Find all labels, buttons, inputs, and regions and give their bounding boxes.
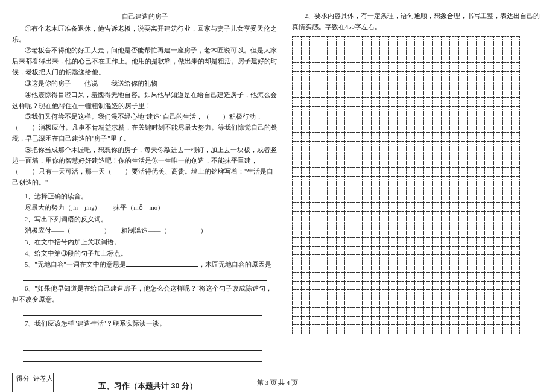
grid-cell[interactable] xyxy=(309,124,319,133)
grid-cell[interactable] xyxy=(449,254,459,264)
grid-cell[interactable] xyxy=(309,62,319,72)
grid-cell[interactable] xyxy=(327,229,337,238)
grid-cell[interactable] xyxy=(502,45,512,54)
grid-cell[interactable] xyxy=(467,254,477,264)
grid-cell[interactable] xyxy=(362,237,372,247)
grid-cell[interactable] xyxy=(458,106,468,116)
grid-cell[interactable] xyxy=(319,159,328,168)
grid-cell[interactable] xyxy=(327,124,337,133)
grid-cell[interactable] xyxy=(458,159,468,168)
grid-cell[interactable] xyxy=(292,71,302,81)
grid-cell[interactable] xyxy=(301,54,311,63)
grid-cell[interactable] xyxy=(336,71,346,81)
grid-cell[interactable] xyxy=(414,167,424,177)
grid-cell[interactable] xyxy=(502,115,512,124)
grid-cell[interactable] xyxy=(458,124,468,133)
grid-cell[interactable] xyxy=(467,202,477,212)
grid-cell[interactable] xyxy=(301,220,311,229)
grid-cell[interactable] xyxy=(467,132,477,142)
grid-cell[interactable] xyxy=(414,272,424,282)
grid-cell[interactable] xyxy=(423,299,433,308)
grid-cell[interactable] xyxy=(362,132,372,142)
grid-cell[interactable] xyxy=(458,185,468,194)
grid-cell[interactable] xyxy=(458,299,468,308)
grid-cell[interactable] xyxy=(354,89,363,98)
grid-cell[interactable] xyxy=(484,54,494,63)
grid-cell[interactable] xyxy=(336,106,346,116)
grid-cell[interactable] xyxy=(449,167,459,177)
grid-cell[interactable] xyxy=(336,307,346,317)
grid-cell[interactable] xyxy=(309,220,319,229)
grid-cell[interactable] xyxy=(354,220,363,229)
grid-cell[interactable] xyxy=(397,45,407,54)
grid-cell[interactable] xyxy=(319,141,328,151)
grid-cell[interactable] xyxy=(449,106,459,116)
grid-cell[interactable] xyxy=(502,289,512,299)
grid-cell[interactable] xyxy=(458,220,468,229)
grid-cell[interactable] xyxy=(319,45,328,54)
grid-cell[interactable] xyxy=(292,176,302,186)
grid-cell[interactable] xyxy=(432,211,442,221)
grid-cell[interactable] xyxy=(511,281,521,291)
grid-cell[interactable] xyxy=(449,299,459,308)
grid-cell[interactable] xyxy=(327,141,337,151)
grid-cell[interactable] xyxy=(397,316,407,326)
grid-cell[interactable] xyxy=(319,194,328,203)
grid-cell[interactable] xyxy=(371,150,381,159)
grid-cell[interactable] xyxy=(432,229,442,238)
grid-cell[interactable] xyxy=(458,272,468,282)
grid-cell[interactable] xyxy=(327,167,337,177)
grid-cell[interactable] xyxy=(309,324,319,334)
q7-blank-2[interactable] xyxy=(23,343,262,351)
grid-cell[interactable] xyxy=(467,272,477,282)
grid-cell[interactable] xyxy=(354,246,363,256)
grid-cell[interactable] xyxy=(362,36,372,46)
grid-cell[interactable] xyxy=(309,254,319,264)
grid-cell[interactable] xyxy=(388,115,398,124)
grid-cell[interactable] xyxy=(441,62,451,72)
grid-cell[interactable] xyxy=(371,115,381,124)
grid-cell[interactable] xyxy=(502,167,512,177)
grid-cell[interactable] xyxy=(309,54,319,63)
grid-cell[interactable] xyxy=(379,324,389,334)
grid-cell[interactable] xyxy=(388,106,398,116)
grid-cell[interactable] xyxy=(406,176,416,186)
grid-cell[interactable] xyxy=(309,71,319,81)
grid-cell[interactable] xyxy=(414,80,424,89)
grid-cell[interactable] xyxy=(388,194,398,203)
grid-cell[interactable] xyxy=(379,115,389,124)
grid-cell[interactable] xyxy=(292,159,302,168)
grid-cell[interactable] xyxy=(502,324,512,334)
grid-cell[interactable] xyxy=(441,159,451,168)
grid-cell[interactable] xyxy=(476,220,486,229)
grid-cell[interactable] xyxy=(319,229,328,238)
grid-cell[interactable] xyxy=(327,246,337,256)
grid-cell[interactable] xyxy=(319,167,328,177)
grid-cell[interactable] xyxy=(292,272,302,282)
grid-cell[interactable] xyxy=(432,254,442,264)
grid-cell[interactable] xyxy=(292,220,302,229)
grid-cell[interactable] xyxy=(441,289,451,299)
grid-cell[interactable] xyxy=(319,299,328,308)
grid-cell[interactable] xyxy=(476,316,486,326)
grid-cell[interactable] xyxy=(449,159,459,168)
grid-cell[interactable] xyxy=(301,141,311,151)
grid-cell[interactable] xyxy=(319,106,328,116)
grid-cell[interactable] xyxy=(493,124,503,133)
grid-cell[interactable] xyxy=(292,246,302,256)
grid-cell[interactable] xyxy=(344,159,354,168)
grid-cell[interactable] xyxy=(432,289,442,299)
grid-cell[interactable] xyxy=(476,89,486,98)
grid-cell[interactable] xyxy=(388,289,398,299)
grid-cell[interactable] xyxy=(301,176,311,186)
grid-cell[interactable] xyxy=(327,97,337,107)
grid-cell[interactable] xyxy=(511,71,521,81)
grid-cell[interactable] xyxy=(458,176,468,186)
grid-cell[interactable] xyxy=(327,220,337,229)
grid-cell[interactable] xyxy=(354,202,363,212)
grid-cell[interactable] xyxy=(319,62,328,72)
grid-cell[interactable] xyxy=(493,220,503,229)
grid-cell[interactable] xyxy=(292,89,302,98)
grid-cell[interactable] xyxy=(467,54,477,63)
grid-cell[interactable] xyxy=(511,202,521,212)
